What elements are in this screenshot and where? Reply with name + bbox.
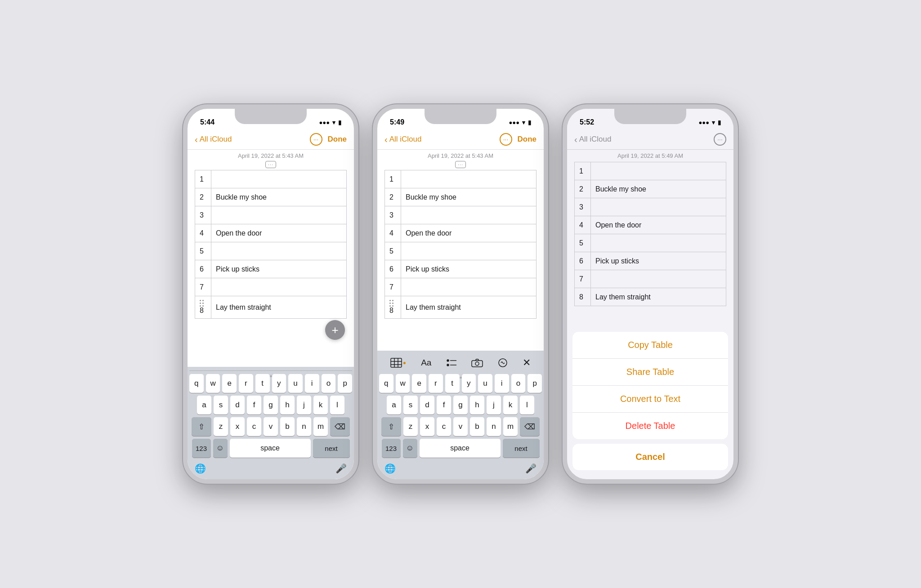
- cancel-button[interactable]: Cancel: [572, 444, 728, 470]
- row-content[interactable]: [401, 278, 537, 296]
- row-content[interactable]: [211, 206, 347, 224]
- row-content[interactable]: [401, 206, 537, 224]
- keyboard-close-icon[interactable]: ✕: [523, 357, 531, 369]
- key-w[interactable]: w: [396, 374, 410, 393]
- key-shift[interactable]: ⇧: [192, 417, 211, 436]
- key-f[interactable]: f: [247, 396, 261, 414]
- key-b[interactable]: b: [470, 417, 484, 436]
- key-i[interactable]: i: [305, 374, 319, 393]
- row-content[interactable]: Lay them straight: [591, 288, 726, 306]
- row-content[interactable]: Pick up sticks: [591, 252, 726, 270]
- key-next[interactable]: next: [503, 439, 540, 458]
- mic-icon[interactable]: 🎤: [335, 463, 347, 474]
- key-s[interactable]: s: [214, 396, 228, 414]
- key-emoji[interactable]: ☺: [213, 439, 228, 458]
- done-button-1[interactable]: Done: [328, 135, 347, 144]
- row-content[interactable]: [591, 234, 726, 252]
- key-space[interactable]: space: [230, 439, 311, 458]
- key-w[interactable]: w: [206, 374, 220, 393]
- back-button-1[interactable]: ‹ All iCloud: [195, 134, 232, 145]
- key-t[interactable]: t: [445, 374, 460, 393]
- camera-icon[interactable]: [471, 358, 483, 367]
- key-r[interactable]: r: [429, 374, 443, 393]
- key-b[interactable]: b: [280, 417, 295, 436]
- key-v[interactable]: v: [264, 417, 278, 436]
- row-content[interactable]: [211, 242, 347, 260]
- row-content[interactable]: [211, 170, 347, 188]
- key-shift[interactable]: ⇧: [381, 417, 401, 436]
- list-icon[interactable]: [447, 359, 456, 367]
- copy-table-button[interactable]: Copy Table: [572, 332, 728, 359]
- row-content[interactable]: Buckle my shoe: [211, 188, 347, 206]
- row-content[interactable]: [591, 198, 726, 216]
- key-x[interactable]: x: [420, 417, 434, 436]
- key-f[interactable]: f: [437, 396, 451, 414]
- key-h[interactable]: h: [280, 396, 295, 414]
- key-t[interactable]: t: [255, 374, 270, 393]
- row-content[interactable]: Open the door: [401, 224, 537, 242]
- key-s[interactable]: s: [403, 396, 418, 414]
- key-q[interactable]: q: [189, 374, 204, 393]
- row-content[interactable]: Lay them straight: [211, 296, 347, 319]
- more-button-3[interactable]: ···: [714, 133, 726, 146]
- key-j[interactable]: j: [297, 396, 311, 414]
- key-k[interactable]: k: [503, 396, 518, 414]
- row-content[interactable]: Pick up sticks: [211, 260, 347, 278]
- row-content[interactable]: Pick up sticks: [401, 260, 537, 278]
- row-handle[interactable]: [389, 300, 396, 307]
- key-x[interactable]: x: [230, 417, 245, 436]
- key-next[interactable]: next: [313, 439, 350, 458]
- more-button-2[interactable]: ···: [500, 133, 512, 146]
- key-v[interactable]: v: [453, 417, 468, 436]
- row-content[interactable]: Open the door: [211, 224, 347, 242]
- key-emoji[interactable]: ☺: [403, 439, 417, 458]
- key-a[interactable]: a: [197, 396, 211, 414]
- key-c[interactable]: c: [437, 417, 451, 436]
- key-l[interactable]: l: [330, 396, 344, 414]
- key-h[interactable]: h: [470, 396, 484, 414]
- share-table-button[interactable]: Share Table: [572, 359, 728, 386]
- key-n[interactable]: n: [487, 417, 501, 436]
- key-space[interactable]: space: [420, 439, 501, 458]
- key-p[interactable]: p: [528, 374, 542, 393]
- table-toolbar-icon[interactable]: ●: [390, 358, 406, 368]
- row-handle[interactable]: [200, 300, 206, 307]
- key-m[interactable]: m: [313, 417, 328, 436]
- convert-to-text-button[interactable]: Convert to Text: [572, 386, 728, 413]
- key-e[interactable]: e: [412, 374, 426, 393]
- row-content[interactable]: Open the door: [591, 216, 726, 234]
- row-content[interactable]: [211, 278, 347, 296]
- key-p[interactable]: p: [338, 374, 352, 393]
- key-j[interactable]: j: [487, 396, 501, 414]
- mic-icon[interactable]: 🎤: [525, 463, 537, 474]
- key-e[interactable]: e: [222, 374, 237, 393]
- key-d[interactable]: d: [230, 396, 245, 414]
- key-z[interactable]: z: [214, 417, 228, 436]
- key-i[interactable]: i: [495, 374, 509, 393]
- key-delete[interactable]: ⌫: [330, 417, 350, 436]
- key-z[interactable]: z: [403, 417, 418, 436]
- row-content[interactable]: [401, 170, 537, 188]
- key-d[interactable]: d: [420, 396, 434, 414]
- key-y[interactable]: y: [462, 374, 476, 393]
- key-m[interactable]: m: [503, 417, 518, 436]
- key-y[interactable]: y: [272, 374, 286, 393]
- key-delete[interactable]: ⌫: [520, 417, 540, 436]
- more-button-1[interactable]: ···: [310, 133, 322, 146]
- delete-table-button[interactable]: Delete Table: [572, 413, 728, 439]
- key-u[interactable]: u: [288, 374, 303, 393]
- key-u[interactable]: u: [478, 374, 492, 393]
- format-icon[interactable]: Aa: [421, 358, 431, 368]
- key-q[interactable]: q: [379, 374, 393, 393]
- row-content[interactable]: [591, 162, 726, 180]
- key-k[interactable]: k: [313, 396, 328, 414]
- key-numbers[interactable]: 123: [382, 439, 401, 458]
- key-a[interactable]: a: [387, 396, 401, 414]
- markup-icon[interactable]: [498, 358, 508, 368]
- done-button-2[interactable]: Done: [518, 135, 537, 144]
- key-c[interactable]: c: [247, 417, 261, 436]
- back-button-2[interactable]: ‹ All iCloud: [384, 134, 421, 145]
- row-content[interactable]: [401, 242, 537, 260]
- key-n[interactable]: n: [297, 417, 311, 436]
- key-r[interactable]: r: [239, 374, 253, 393]
